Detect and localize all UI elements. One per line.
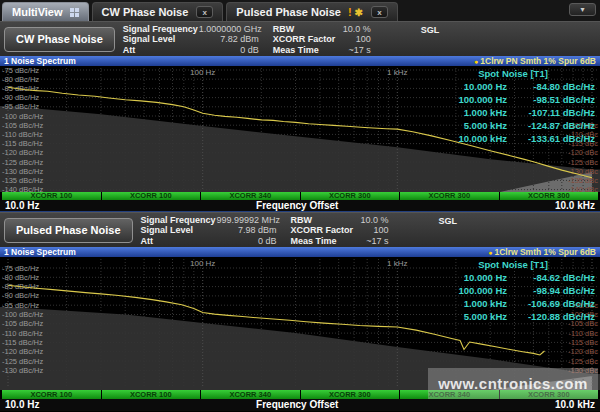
axis-stop-label: 10.0 kHz [555, 399, 595, 411]
field-value: ~17 s [335, 45, 371, 56]
field-value: 0 dB [199, 45, 259, 56]
trace-color-dot-icon: ● [488, 249, 492, 256]
field-value: ~17 s [353, 236, 389, 247]
svg-text:-100 dBc/Hz: -100 dBc/Hz [2, 310, 44, 319]
xcorr-segment: XCORR 340 [201, 390, 300, 399]
field-label: Signal Level [123, 34, 199, 45]
svg-text:-110 dBc: -110 dBc [569, 329, 599, 338]
channel-button-pulsed[interactable]: Pulsed Phase Noise [4, 218, 133, 243]
window-title: 1 Noise Spectrum [4, 247, 76, 257]
field-value: 10.0 % [335, 24, 371, 35]
watermark: www.cntronics.com [428, 368, 598, 399]
svg-text:-135 dBc/Hz: -135 dBc/Hz [2, 176, 44, 185]
tab-bar: MultiView CW Phase Noise x Pulsed Phase … [0, 0, 600, 21]
channel-button-cw[interactable]: CW Phase Noise [4, 27, 115, 52]
svg-text:-140 dBc: -140 dBc [568, 185, 598, 192]
spot-noise-table: Spot Noise [T1]10.000 Hz-84.80 dBc/Hz100… [445, 67, 595, 145]
svg-text:-110 dBc/Hz: -110 dBc/Hz [2, 130, 43, 139]
svg-text:-75 dBc/Hz: -75 dBc/Hz [2, 66, 39, 75]
svg-text:-105 dBc/Hz: -105 dBc/Hz [2, 319, 44, 328]
alert-icon: ! [348, 6, 352, 18]
axis-title: Frequency Offset [256, 399, 338, 411]
x-axis-row-pulsed: 10.0 Hz Frequency Offset 10.0 kHz [0, 399, 600, 411]
x-axis-row-cw: 10.0 Hz Frequency Offset 10.0 kHz [0, 200, 600, 212]
xcorr-segment: XCORR 100 [102, 192, 201, 200]
spot-noise-row: 5.000 kHz-124.87 dBc/Hz [445, 119, 595, 132]
trace-color-dot-icon: ● [474, 58, 478, 65]
star-icon: ✱ [355, 7, 363, 18]
window-titlebar-pulsed[interactable]: 1 Noise Spectrum ●1Clrw Smth 1% Spur 6dB [0, 247, 600, 257]
field-label: Signal Frequency [123, 24, 199, 35]
field-value: 100 [335, 34, 371, 45]
svg-text:-115 dBc: -115 dBc [569, 338, 599, 347]
svg-text:-125 dBc/Hz: -125 dBc/Hz [2, 158, 44, 167]
tab-pulsed-phase-noise[interactable]: Pulsed Phase Noise ! ✱ x [226, 2, 398, 21]
axis-stop-label: 10.0 kHz [555, 200, 595, 212]
trace-info-label: 1Clrw PN Smth 1% Spur 6dB [480, 56, 596, 66]
svg-text:-100 dBc/Hz: -100 dBc/Hz [2, 112, 44, 121]
tab-cw-phase-noise[interactable]: CW Phase Noise x [92, 2, 224, 21]
trace-info: ●1Clrw PN Smth 1% Spur 6dB [474, 56, 596, 67]
svg-text:-90 dBc/Hz: -90 dBc/Hz [2, 93, 39, 102]
noise-spectrum-plot-cw[interactable]: -75 dBc/Hz-80 dBc/Hz-85 dBc/Hz-90 dBc/Hz… [0, 66, 600, 192]
spot-noise-row: 1.000 kHz-106.69 dBc/Hz [445, 297, 595, 310]
field-label: RBW [291, 215, 353, 226]
spot-noise-row: 10.000 Hz-84.80 dBc/Hz [445, 80, 595, 93]
xcorr-segment: XCORR 300 [400, 192, 499, 200]
spot-noise-table: Spot Noise [T1]10.000 Hz-84.62 dBc/Hz100… [445, 258, 595, 323]
tab-pulsed-label: Pulsed Phase Noise [236, 6, 341, 18]
xcorr-segment: XCORR 100 [2, 390, 101, 399]
spot-noise-row: 10.000 kHz-133.61 dBc/Hz [445, 132, 595, 145]
close-icon[interactable]: x [371, 6, 388, 18]
sgl-mode-indicator: SGL [421, 24, 440, 35]
axis-start-label: 10.0 Hz [5, 399, 39, 411]
svg-text:-90 dBc/Hz: -90 dBc/Hz [2, 291, 39, 300]
field-label: XCORR Factor [291, 225, 353, 236]
field-label: Signal Level [141, 225, 217, 236]
window-titlebar-cw[interactable]: 1 Noise Spectrum ●1Clrw PN Smth 1% Spur … [0, 56, 600, 66]
xcorr-segment: XCORR 100 [102, 390, 201, 399]
svg-text:-75 dBc/Hz: -75 dBc/Hz [2, 264, 39, 273]
svg-text:-115 dBc/Hz: -115 dBc/Hz [2, 338, 43, 347]
svg-text:-130 dBc/Hz: -130 dBc/Hz [2, 366, 44, 375]
field-label: Meas Time [273, 45, 335, 56]
svg-text:100 Hz: 100 Hz [190, 68, 215, 77]
svg-text:1 kHz: 1 kHz [387, 259, 407, 268]
channel-info-cw: Signal Frequency1.0000000 GHz Signal Lev… [123, 23, 440, 56]
field-label: Meas Time [291, 236, 353, 247]
spot-noise-row: 1.000 kHz-107.11 dBc/Hz [445, 106, 595, 119]
spot-noise-row: 5.000 kHz-120.88 dBc/Hz [445, 310, 595, 323]
trace-info: ●1Clrw Smth 1% Spur 6dB [488, 247, 596, 258]
svg-text:-120 dBc/Hz: -120 dBc/Hz [2, 347, 44, 356]
multiview-grid-icon [70, 8, 74, 12]
svg-text:-95 dBc/Hz: -95 dBc/Hz [2, 102, 39, 111]
trace-info-label: 1Clrw Smth 1% Spur 6dB [494, 247, 596, 257]
field-label: Signal Frequency [141, 215, 217, 226]
field-label: XCORR Factor [273, 34, 335, 45]
tab-multiview[interactable]: MultiView [2, 2, 89, 21]
svg-text:-120 dBc: -120 dBc [568, 148, 598, 157]
svg-text:100 Hz: 100 Hz [190, 259, 215, 268]
tab-multiview-label: MultiView [12, 6, 63, 18]
field-label: Att [141, 236, 217, 247]
svg-text:-120 dBc/Hz: -120 dBc/Hz [2, 148, 44, 157]
svg-text:-95 dBc/Hz: -95 dBc/Hz [2, 301, 39, 310]
svg-text:-80 dBc/Hz: -80 dBc/Hz [2, 75, 39, 84]
chevron-down-icon: ▾ [580, 5, 584, 14]
field-value: 1.0000000 GHz [199, 24, 259, 35]
window-layout-dropdown-button[interactable]: ▾ [569, 3, 596, 16]
svg-text:-80 dBc/Hz: -80 dBc/Hz [2, 273, 39, 282]
svg-text:-125 dBc/Hz: -125 dBc/Hz [2, 357, 44, 366]
axis-title: Frequency Offset [256, 200, 338, 212]
close-icon[interactable]: x [196, 6, 213, 18]
svg-text:-125 dBc: -125 dBc [568, 158, 598, 167]
tab-cw-label: CW Phase Noise [102, 6, 189, 18]
window-title: 1 Noise Spectrum [4, 56, 76, 66]
spot-noise-title: Spot Noise [T1] [445, 258, 595, 271]
spot-noise-row: 100.000 Hz-98.94 dBc/Hz [445, 284, 595, 297]
field-value: 999.99992 MHz [217, 215, 277, 226]
field-value: 100 [353, 225, 389, 236]
svg-text:-125 dBc: -125 dBc [568, 357, 598, 366]
svg-text:-85 dBc/Hz: -85 dBc/Hz [2, 84, 39, 93]
sgl-mode-indicator: SGL [439, 215, 458, 226]
